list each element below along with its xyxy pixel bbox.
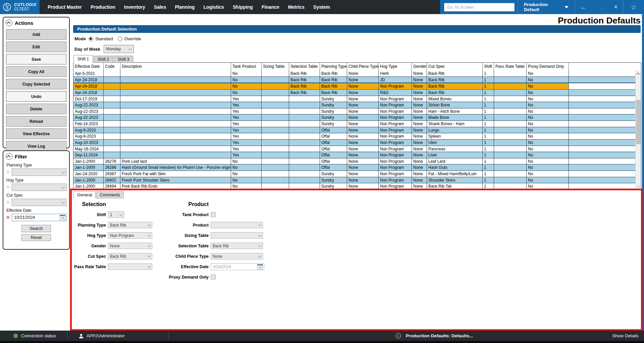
menu-item-system[interactable]: System [313, 4, 330, 10]
planning-type-select[interactable]: Back Rib [108, 222, 152, 228]
menu-item-planning[interactable]: Planning [175, 4, 195, 10]
table-row[interactable]: May-16-2024YesOffalNoneNon ProgramNonePa… [73, 146, 635, 152]
copy-all-button[interactable]: Copy All [6, 66, 66, 77]
table-row[interactable]: Jan-1-200026276Pork Leaf lardNoOffalNone… [73, 158, 635, 165]
table-row[interactable]: Aug-22-2023YesSundryNoneNon ProgramNoneS… [73, 102, 635, 108]
column-header-child-piece-type[interactable]: Child Piece Type [347, 63, 379, 70]
hog-type-select[interactable]: Non Program [108, 232, 152, 239]
view-effective-button[interactable]: View Effective [6, 129, 66, 139]
view-log-button[interactable]: View Log [6, 141, 66, 151]
table-row[interactable]: Aug-9-2023YesOffalNoneNon ProgramNoneSpl… [73, 133, 635, 140]
table-row[interactable]: Oct-17-2019YesSundryNoneNon ProgramNoneM… [73, 96, 635, 102]
table-row[interactable]: Apr-24-2018NoBack RibBack RibNoneJDNoneB… [73, 77, 635, 83]
screen-selector-dropdown[interactable]: Production Default [518, 0, 575, 14]
column-header-effective-date[interactable]: Effective Date [73, 63, 104, 70]
column-header-shift[interactable]: Shift [483, 63, 494, 70]
edit-button[interactable]: Edit [6, 42, 66, 52]
table-row[interactable]: Aug-22-2023YesSundryNoneNon ProgramNoneB… [73, 114, 635, 121]
menu-item-finance[interactable]: Finance [262, 4, 279, 10]
filter-planning-type-select[interactable] [12, 168, 67, 176]
menu-item-logistics[interactable]: Logistics [204, 4, 224, 10]
tank-product-checkbox[interactable] [211, 212, 216, 217]
table-row[interactable]: Feb-14-2023YesSundryNoneNon ProgramNoneS… [73, 121, 635, 127]
scrollbar-thumb[interactable] [636, 100, 641, 144]
sizing-table-select[interactable] [211, 232, 263, 239]
mode-radio-override[interactable] [118, 37, 122, 41]
gender-select[interactable]: None [108, 243, 152, 249]
clear-filter-icon[interactable]: ✕ [6, 199, 10, 205]
forward-icon[interactable]: → [597, 0, 603, 14]
favorite-star-icon[interactable]: ☆ [631, 0, 637, 14]
table-row[interactable]: Aug-10-2023YesOffalNoneNon ProgramNoneUt… [73, 140, 635, 146]
show-details-link[interactable]: Show Details [612, 333, 639, 338]
tab-shift-1[interactable]: Shift 1 [73, 55, 93, 63]
table-row[interactable]: Apr-24-2018NoBack RibBack RibNoneR&DNone… [73, 90, 635, 96]
menu-item-product-master[interactable]: Product Master [48, 4, 82, 10]
child-piece-type-select[interactable]: None [211, 253, 263, 259]
column-header-cut-spec[interactable]: Cut Spec [427, 63, 483, 70]
collapse-filter-icon[interactable] [6, 153, 12, 160]
shift-select[interactable]: 1 [108, 211, 124, 218]
table-row[interactable]: Jan-1-200026402Fresh Pork Shoulder Skins… [73, 177, 635, 184]
table-row[interactable]: Jan-1-200026286Hash (Ground Small Intest… [73, 164, 635, 171]
go-to-screen-input[interactable] [444, 3, 515, 11]
calendar-icon[interactable]: 15 [60, 215, 65, 220]
proxy-demand-only-checkbox[interactable] [211, 275, 216, 280]
scroll-down-icon[interactable] [637, 184, 640, 188]
table-row[interactable]: Apr-24-2018NoBack RibBack RibNoneNon Pro… [73, 83, 635, 90]
effective-date-filter-input[interactable]: 10/21/2024 15 [12, 214, 67, 221]
calendar-icon[interactable]: 15 [257, 264, 263, 270]
clear-filter-icon[interactable]: ✕ [6, 169, 10, 175]
column-header-hog-type[interactable]: Hog Type [379, 63, 412, 70]
table-row[interactable]: Aug-22-2023YesSundryNoneNon ProgramNoneH… [73, 108, 635, 115]
column-header-sizing-table[interactable]: Sizing Table [262, 63, 289, 70]
cut-spec-select[interactable]: Back Rib [108, 253, 152, 259]
table-row[interactable]: Jan-1-200026494Pork Back Rib EndsNoSundr… [73, 183, 635, 190]
column-header-planning-type[interactable]: Planning Type [320, 63, 347, 70]
table-row[interactable]: Jan-24-202026387Fresh Pork Fat with Skin… [73, 171, 635, 177]
tab-shift-2[interactable]: Shift 2 [94, 56, 113, 63]
filter-cut-spec-select[interactable] [12, 199, 67, 206]
collapse-actions-icon[interactable] [6, 19, 12, 26]
search-button[interactable]: Search [21, 225, 51, 232]
save-button[interactable]: Save [6, 54, 66, 64]
column-header-proxy-demand-only[interactable]: Proxy Demand Only [527, 63, 569, 70]
table-row[interactable]: Sep-11-2024YesOffalNoneNon ProgramNoneLi… [73, 152, 635, 158]
mode-radio-standard[interactable] [89, 37, 93, 41]
clear-filter-icon[interactable]: ✕ [6, 184, 10, 190]
actions-panel-header: Actions [5, 19, 67, 27]
close-icon[interactable]: ✕ [613, 0, 618, 14]
clear-date-icon[interactable]: ✕ [6, 214, 10, 220]
tab-shift-3[interactable]: Shift 3 [114, 56, 133, 63]
column-header-selection-table[interactable]: Selection Table [289, 63, 320, 70]
menu-item-production[interactable]: Production [91, 4, 115, 10]
table-scrollbar[interactable] [635, 70, 641, 190]
product-select[interactable] [211, 222, 263, 228]
back-icon[interactable]: ← [580, 0, 587, 14]
effective-date-input[interactable]: 4/24/201815 [211, 263, 264, 270]
filter-hog-type-select[interactable] [12, 184, 67, 191]
day-of-week-select[interactable]: Monday [104, 45, 134, 53]
menu-item-metrics[interactable]: Metrics [288, 4, 305, 10]
tab-comments[interactable]: Comments [96, 191, 123, 198]
add-button[interactable]: Add [6, 29, 66, 40]
table-row[interactable]: Aug-9-2023YesOffalNoneNon ProgramNoneLun… [73, 127, 635, 134]
delete-button[interactable]: Delete [6, 104, 66, 114]
column-header-tank-product[interactable]: Tank Product [231, 63, 262, 70]
reset-button[interactable]: Reset [21, 234, 51, 241]
copy-selected-button[interactable]: Copy Selected [6, 79, 66, 89]
reload-button[interactable]: Reload [6, 116, 66, 127]
table-row[interactable]: Apr-5-2021NoBack RibBack RibNoneHerbNone… [73, 70, 635, 77]
pass-rate-table-select[interactable] [108, 263, 152, 270]
undo-button[interactable]: Undo [6, 91, 66, 102]
scroll-up-icon[interactable] [636, 72, 640, 76]
column-header-code[interactable]: Code [104, 63, 120, 70]
menu-item-inventory[interactable]: Inventory [124, 4, 145, 10]
menu-item-shipping[interactable]: Shipping [233, 4, 253, 10]
menu-item-sales[interactable]: Sales [154, 4, 166, 10]
column-header-pass-rate-table[interactable]: Pass Rate Table [494, 63, 527, 70]
selection-table-select[interactable]: Back Rib [211, 243, 263, 249]
tab-general[interactable]: General [73, 191, 96, 198]
column-header-gender[interactable]: Gender [412, 63, 427, 70]
column-header-description[interactable]: Description [120, 63, 231, 70]
